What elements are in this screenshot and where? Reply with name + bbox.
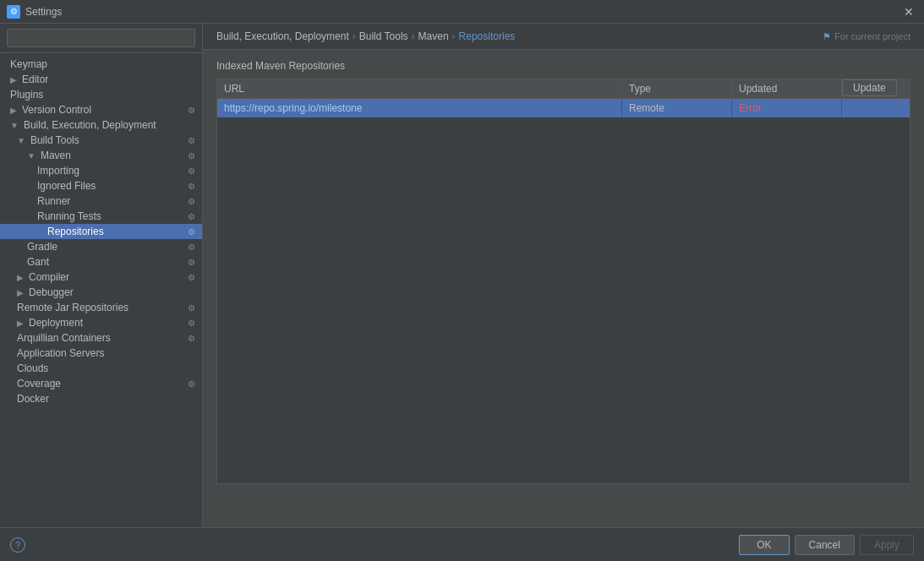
sidebar-item-label: Debugger: [29, 286, 74, 298]
sidebar: Keymap ▶ Editor Plugins ▶: [0, 24, 203, 527]
sidebar-item-label: Repositories: [47, 226, 104, 237]
sidebar-item-docker[interactable]: Docker: [0, 391, 202, 406]
sidebar-item-label: Compiler: [29, 271, 69, 283]
settings-icon: ⚙: [188, 379, 195, 389]
sidebar-item-label: Build Tools: [30, 134, 79, 146]
sidebar-item-ignored-files[interactable]: Ignored Files ⚙: [0, 178, 202, 193]
col-type-header: Type: [622, 79, 732, 98]
sidebar-item-label: Plugins: [10, 89, 43, 101]
expand-icon: ▼: [10, 121, 19, 130]
sidebar-item-label: Runner: [37, 195, 70, 207]
sidebar-item-runner[interactable]: Runner ⚙: [0, 193, 202, 209]
expand-icon: ▶: [17, 319, 24, 328]
sidebar-item-deployment[interactable]: ▶ Deployment ⚙: [0, 315, 202, 330]
settings-icon: ⚙: [188, 258, 195, 267]
main-panel: Build, Execution, Deployment › Build Too…: [203, 24, 924, 527]
sidebar-item-label: Version Control: [22, 104, 91, 116]
sidebar-item-label: Coverage: [17, 378, 61, 389]
breadcrumb-sep-1: ›: [353, 30, 356, 42]
settings-icon: ⚙: [188, 197, 195, 206]
project-icon: ⚑: [823, 31, 831, 42]
sidebar-item-build-tools[interactable]: ▼ Build Tools ⚙: [0, 133, 202, 148]
sidebar-item-editor[interactable]: ▶ Editor: [0, 72, 202, 87]
sidebar-item-label: Editor: [22, 74, 48, 85]
settings-icon: ⚙: [188, 212, 195, 221]
help-button[interactable]: ?: [10, 537, 25, 553]
col-url-header: URL: [217, 79, 622, 98]
sidebar-item-keymap[interactable]: Keymap: [0, 57, 202, 72]
for-project: ⚑ For current project: [823, 31, 910, 42]
sidebar-item-version-control[interactable]: ▶ Version Control ⚙: [0, 102, 202, 117]
bottom-bar: ? OK Cancel Apply: [0, 527, 924, 561]
search-box: [0, 24, 202, 53]
sidebar-item-label: Clouds: [17, 362, 48, 374]
sidebar-item-debugger[interactable]: ▶ Debugger: [0, 285, 202, 300]
table-row[interactable]: https://repo.spring.io/milestone Remote …: [217, 99, 910, 117]
sidebar-item-label: Importing: [37, 165, 79, 177]
sidebar-item-gradle[interactable]: Gradle ⚙: [0, 239, 202, 254]
expand-icon: ▶: [10, 106, 17, 115]
sidebar-item-app-servers[interactable]: Application Servers: [0, 346, 202, 361]
settings-icon: ⚙: [188, 242, 195, 252]
sidebar-item-build-execution[interactable]: ▼ Build, Execution, Deployment: [0, 117, 202, 133]
settings-icon: ⚙: [188, 303, 195, 313]
update-button[interactable]: Update: [842, 79, 897, 96]
content-area: Indexed Maven Repositories URL Type Upda…: [203, 50, 924, 527]
title-bar: ⚙ Settings ✕: [0, 0, 924, 24]
cancel-button[interactable]: Cancel: [795, 535, 855, 555]
sidebar-item-compiler[interactable]: ▶ Compiler ⚙: [0, 270, 202, 285]
sidebar-item-label: Arquillian Containers: [17, 332, 111, 344]
sidebar-item-label: Gant: [27, 256, 49, 268]
sidebar-item-label: Remote Jar Repositories: [17, 302, 128, 313]
sidebar-item-repositories[interactable]: Repositories ⚙: [0, 224, 202, 239]
sidebar-item-running-tests[interactable]: Running Tests ⚙: [0, 209, 202, 224]
sidebar-item-label: Maven: [41, 150, 71, 161]
breadcrumb-part-4: Repositories: [459, 30, 516, 42]
close-button[interactable]: ✕: [900, 3, 917, 20]
sidebar-item-label: Application Servers: [17, 347, 104, 359]
sidebar-item-label: Ignored Files: [37, 180, 96, 192]
settings-icon: ⚙: [188, 106, 195, 115]
sidebar-item-remote-jar[interactable]: Remote Jar Repositories ⚙: [0, 300, 202, 315]
sidebar-item-importing[interactable]: Importing ⚙: [0, 163, 202, 178]
table-body: https://repo.spring.io/milestone Remote …: [217, 99, 910, 483]
sidebar-item-label: Running Tests: [37, 210, 101, 222]
breadcrumb-part-3: Maven: [418, 30, 449, 42]
row-updated: Error: [732, 99, 842, 117]
expand-icon: ▶: [10, 75, 17, 84]
expand-icon: ▶: [17, 273, 24, 282]
settings-icon: ⚙: [188, 334, 195, 343]
title-bar-left: ⚙ Settings: [7, 5, 62, 19]
ok-button[interactable]: OK: [739, 535, 789, 555]
sidebar-item-coverage[interactable]: Coverage ⚙: [0, 376, 202, 391]
sidebar-item-label: Keymap: [10, 58, 47, 70]
sidebar-item-label: Deployment: [29, 317, 83, 329]
sidebar-item-plugins[interactable]: Plugins: [0, 87, 202, 102]
sidebar-item-label: Docker: [17, 393, 49, 405]
for-project-label: For current project: [834, 31, 910, 41]
breadcrumb: Build, Execution, Deployment › Build Too…: [203, 24, 924, 50]
settings-icon: ⚙: [188, 319, 195, 328]
sidebar-item-gant[interactable]: Gant ⚙: [0, 254, 202, 270]
expand-icon: ▶: [17, 288, 24, 297]
apply-button[interactable]: Apply: [860, 535, 914, 555]
settings-icon: ⚙: [188, 151, 195, 161]
sidebar-item-clouds[interactable]: Clouds: [0, 361, 202, 376]
row-url: https://repo.spring.io/milestone: [217, 99, 622, 117]
settings-icon: ⚙: [188, 166, 195, 176]
sidebar-item-arquillian[interactable]: Arquillian Containers ⚙: [0, 330, 202, 346]
row-actions: [842, 99, 910, 117]
search-input[interactable]: [7, 29, 195, 47]
settings-window: ⚙ Settings ✕ Keymap ▶ Editor: [0, 0, 924, 561]
expand-icon: ▼: [27, 151, 36, 161]
breadcrumb-part-2: Build Tools: [359, 30, 408, 42]
breadcrumb-sep-3: ›: [452, 30, 456, 42]
bottom-buttons: OK Cancel Apply: [739, 535, 914, 555]
window-title: Settings: [25, 6, 62, 18]
expand-icon: ▼: [17, 136, 25, 145]
sidebar-item-label: Build, Execution, Deployment: [24, 119, 156, 131]
sidebar-item-maven[interactable]: ▼ Maven ⚙: [0, 148, 202, 163]
section-title: Indexed Maven Repositories: [216, 60, 910, 72]
breadcrumb-sep-2: ›: [412, 30, 415, 42]
settings-icon: ⚙: [188, 273, 195, 282]
